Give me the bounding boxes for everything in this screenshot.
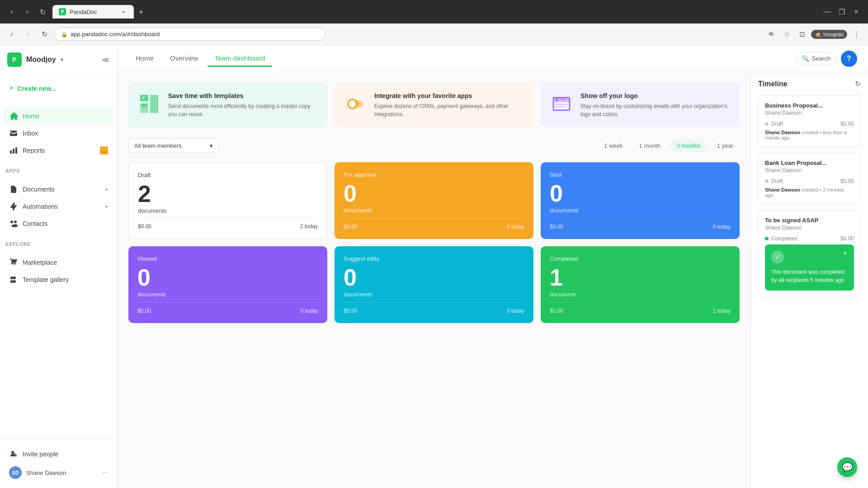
nav-back-button[interactable]: ‹ [5,28,18,41]
new-tab-button[interactable]: + [135,6,147,19]
forward-button[interactable]: › [21,5,33,18]
restore-button[interactable]: ❐ [835,5,848,18]
sidebar-item-home-label: Home [23,113,108,120]
completion-check-icon: ✓ [771,251,784,263]
timeline-header: Timeline ↻ [758,80,861,88]
search-button[interactable]: 🔍 Search [796,52,836,65]
svg-rect-11 [560,99,566,100]
completed-footer: $0.00 1 today [550,302,731,314]
tab-label: PandaDoc [70,9,97,15]
time-filter-group: 1 week 1 month 3 months 1 year [598,140,740,152]
sidebar-item-template-gallery[interactable]: Template gallery [4,271,113,288]
stat-card-draft: Draft 2 documents $0.00 2 today [128,162,327,239]
timeline-title: Timeline [758,80,788,88]
bookmark-icon[interactable]: ☆ [780,28,793,41]
browser-chrome: ‹ › ↻ P PandaDoc × + — ❐ × [0,0,868,23]
sidebar-item-reports[interactable]: Reports 🔒 [4,142,113,159]
top-navigation: Home Overview Team dashboard 🔍 Search ? [118,45,868,72]
sidebar-item-inbox[interactable]: Inbox [4,125,113,142]
integrations-description: Explore dozens of CRMs, payment gateways… [374,102,524,118]
active-tab[interactable]: P PandaDoc × [52,5,134,19]
chat-button[interactable]: 💬 [837,457,857,477]
marketplace-icon [9,258,18,267]
stat-card-approval: For approval 0 documents $0.00 0 today [335,162,533,239]
refresh-button[interactable]: ↻ [855,80,861,88]
bank-loan-amount: $0.00 [840,178,854,184]
browser-nav-controls: ‹ › ↻ [5,5,49,18]
svg-point-10 [556,99,558,101]
create-new-button[interactable]: + Create new... [4,80,113,97]
brand-name: Moodjoy [26,56,56,64]
menu-icon[interactable]: ⋮ [850,28,863,41]
branding-icon [550,92,573,116]
sidebar-item-documents[interactable]: Documents ▾ [4,181,113,198]
suggest-today: 0 today [507,308,524,314]
stat-card-suggest: Suggest edits 0 documents $0.00 0 today [335,246,533,323]
lock-icon: 🔒 [61,31,68,38]
integrations-icon [344,92,367,116]
tab-overview[interactable]: Overview [163,51,206,67]
completed-number: 1 [550,266,731,289]
draft-today: 2 today [300,223,318,230]
sidebar-header: P Moodjoy ▾ ≪ [0,45,117,75]
reload-button[interactable]: ↻ [36,5,49,18]
user-name: Shane Dawson [26,469,98,476]
time-filter-1week[interactable]: 1 week [598,140,629,152]
window-controls: — ❐ × [821,5,863,18]
integrations-text: Integrate with your favorite apps Explor… [374,92,524,118]
reports-icon [9,146,18,155]
team-filter-dropdown[interactable]: All team members ▾ [128,138,219,153]
suggest-footer: $0.00 0 today [344,302,524,314]
help-button[interactable]: ? [841,51,857,67]
time-filter-1month[interactable]: 1 month [632,140,666,152]
draft-label: Draft [138,172,318,178]
completed-today: 1 today [713,308,731,314]
sidebar-item-marketplace[interactable]: Marketplace [4,254,113,271]
tab-home[interactable]: Home [128,51,161,67]
business-proposal-name: Business Proposal... [765,102,854,109]
sidebar-item-automations[interactable]: Automations ▾ [4,198,113,215]
timeline-item-to-be-signed[interactable]: To be signed ASAP Shane Dawson Completed… [758,210,861,297]
apps-section-label: APPS [0,164,117,175]
timeline-item-business-proposal[interactable]: Business Proposal... Shane Dawson Draft … [758,95,861,147]
templates-title: Save time with templates [168,92,318,99]
profile-icon[interactable]: ⊡ [796,28,808,41]
bank-loan-action: Shane Dawson created • 2 minutes ago [765,187,854,198]
tab-close-button[interactable]: × [119,8,127,16]
time-filter-1year[interactable]: 1 year [711,140,740,152]
user-more-button[interactable]: ··· [102,469,108,477]
suggest-number: 0 [344,266,524,289]
feature-card-integrations: Integrate with your favorite apps Explor… [335,83,533,127]
time-filter-3months[interactable]: 3 months [670,140,707,152]
documents-icon [9,185,18,194]
sidebar-user-item[interactable]: SD Shane Dawson ··· [4,463,113,483]
sidebar-item-contacts[interactable]: Contacts [4,215,113,232]
eye-slash-icon[interactable]: 👁 [765,28,778,41]
close-button[interactable]: × [850,5,863,18]
team-filter-chevron-icon: ▾ [210,142,213,149]
completion-close-button[interactable]: × [840,249,849,258]
url-bar[interactable]: 🔒 app.pandadoc.com/a/#/dashboard [54,28,326,41]
sidebar-item-home[interactable]: Home [4,108,113,125]
to-be-signed-user: Shane Dawson [765,225,854,231]
minimize-button[interactable]: — [821,5,834,18]
svg-rect-13 [555,106,564,107]
nav-forward-button[interactable]: › [22,28,34,41]
timeline-item-bank-loan[interactable]: Bank Loan Proposal... Shane Dawson Draft… [758,153,861,205]
draft-sub: documents [138,207,318,214]
tab-team-dashboard[interactable]: Team dashboard [208,51,273,67]
stat-card-viewed: Viewed 0 documents $0.00 0 today [128,246,327,323]
nav-reload-button[interactable]: ↻ [38,28,51,41]
approval-sub: documents [344,207,524,214]
svg-rect-4 [142,104,147,105]
sent-sub: documents [550,207,731,214]
viewed-sub: documents [137,291,318,298]
business-proposal-user: Shane Dawson [765,110,854,116]
collapse-sidebar-button[interactable]: ≪ [102,56,110,64]
completion-notification: ✓ × This document was completed by all r… [765,244,854,291]
address-bar: ‹ › ↻ 🔒 app.pandadoc.com/a/#/dashboard 👁… [0,23,868,45]
business-proposal-action: Shane Dawson created • less than a minut… [765,130,854,141]
sidebar-item-invite[interactable]: Invite people [4,446,113,463]
svg-rect-5 [142,106,146,107]
back-button[interactable]: ‹ [5,5,18,18]
